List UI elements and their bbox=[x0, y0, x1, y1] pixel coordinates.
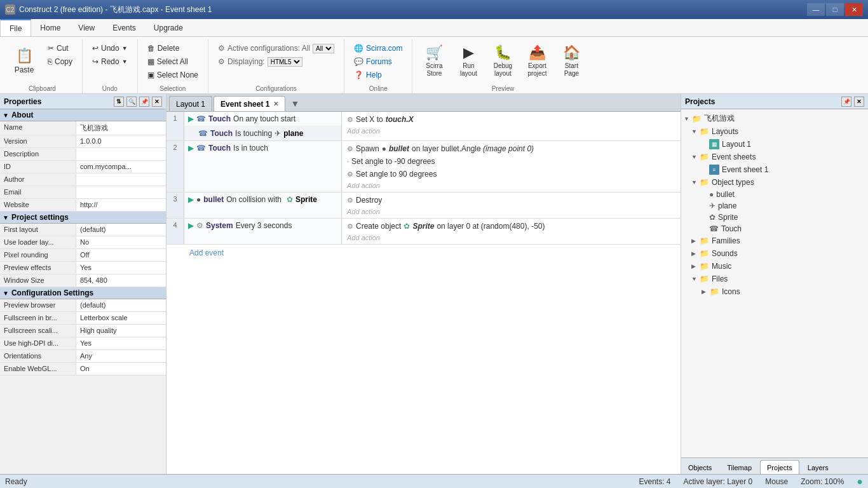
rtab-layers[interactable]: Layers bbox=[801, 460, 836, 474]
prop-id-value[interactable]: com.mycompa... bbox=[76, 161, 166, 173]
add-event-row[interactable]: Add event bbox=[166, 245, 681, 261]
prop-enablewebgl-value[interactable]: On bbox=[76, 363, 166, 375]
prop-firstlayout-value[interactable]: (default) bbox=[76, 224, 166, 236]
event-4-action-1[interactable]: ⚙ Create object ✿ Sprite on layer 0 at (… bbox=[342, 220, 681, 233]
tree-files[interactable]: ▼ 📁 Files bbox=[681, 273, 868, 285]
prop-highdpi-value[interactable]: Yes bbox=[76, 337, 166, 349]
tree-music[interactable]: ▶ 📁 Music bbox=[681, 260, 868, 273]
tab-dropdown-button[interactable]: ▼ bbox=[287, 96, 303, 111]
event-row-4: 4 ▶ ⚙ System Every 3 seconds ⚙ Create ob… bbox=[166, 219, 681, 245]
tree-eventsheets[interactable]: ▼ 📁 Event sheets bbox=[681, 151, 868, 163]
menu-tab-events[interactable]: Events bbox=[104, 19, 145, 36]
add-action-1[interactable]: Add action bbox=[342, 126, 681, 136]
event-1-condition-1[interactable]: ▶ ☎ Touch On any touch start bbox=[184, 112, 341, 126]
scirra-store-button[interactable]: 🛒 Scirra Store bbox=[417, 42, 451, 80]
delete-button[interactable]: 🗑 Delete bbox=[143, 42, 203, 55]
tree-label-bullet: bullet bbox=[716, 190, 735, 199]
tab-layout1-label: Layout 1 bbox=[176, 100, 205, 109]
select-none-button[interactable]: ▣ Select None bbox=[143, 69, 203, 81]
menu-tab-home[interactable]: Home bbox=[31, 19, 69, 36]
rtab-projects[interactable]: Projects bbox=[760, 460, 799, 474]
props-pin-icon[interactable]: 📌 bbox=[139, 97, 149, 107]
tree-root[interactable]: ▼ 📁 飞机游戏 bbox=[681, 112, 868, 125]
tree-families[interactable]: ▶ 📁 Families bbox=[681, 234, 868, 247]
prop-name-value[interactable]: 飞机游戏 bbox=[76, 121, 166, 135]
redo-button[interactable]: ↪ Redo ▼ bbox=[88, 55, 132, 68]
close-button[interactable]: ✕ bbox=[845, 3, 863, 16]
tab-layout1[interactable]: Layout 1 bbox=[169, 96, 212, 111]
event-3-action-1[interactable]: ⚙ Destroy bbox=[342, 194, 681, 207]
event-2-action-3[interactable]: ⚙ Set angle to 90 degrees bbox=[342, 168, 681, 180]
tab-close-icon[interactable]: ✕ bbox=[273, 100, 278, 107]
prop-pixelrounding-value[interactable]: Off bbox=[76, 249, 166, 261]
prop-fullscreenbr-value[interactable]: Letterbox scale bbox=[76, 312, 166, 324]
about-section-header[interactable]: ▼ About bbox=[0, 109, 166, 121]
maximize-button[interactable]: □ bbox=[826, 3, 844, 16]
prop-previewbrowser-value[interactable]: (default) bbox=[76, 299, 166, 311]
export-project-button[interactable]: 📤 Export project bbox=[520, 42, 553, 80]
menu-tab-file[interactable]: File bbox=[0, 19, 31, 36]
prop-description-value[interactable] bbox=[76, 148, 166, 160]
event-2-action-1[interactable]: ⚙ Spawn ● bullet on layer bullet.Angle (… bbox=[342, 142, 681, 155]
right-pin-icon[interactable]: 📌 bbox=[841, 97, 851, 107]
select-all-button[interactable]: ▦ Select All bbox=[143, 55, 203, 68]
props-filter-icon[interactable]: 🔍 bbox=[126, 97, 137, 107]
paste-button[interactable]: 📋 Paste bbox=[8, 42, 41, 80]
prop-windowsize-value[interactable]: 854, 480 bbox=[76, 274, 166, 287]
right-close-icon[interactable]: ✕ bbox=[854, 97, 864, 107]
tree-plane[interactable]: ✈ plane bbox=[681, 200, 868, 212]
event-2-condition-1[interactable]: ▶ ☎ Touch Is in touch bbox=[184, 141, 341, 155]
tree-objecttypes[interactable]: ▼ 📁 Object types bbox=[681, 176, 868, 189]
project-settings-header[interactable]: ▼ Project settings bbox=[0, 212, 166, 224]
right-panel-controls: 📌 ✕ bbox=[841, 97, 864, 107]
cut-button[interactable]: ✂ Cut bbox=[43, 42, 77, 55]
rtab-tilemap[interactable]: Tilemap bbox=[720, 460, 759, 474]
menu-tab-upgrade[interactable]: Upgrade bbox=[145, 19, 192, 36]
prop-website-value[interactable]: http:// bbox=[76, 199, 166, 211]
config-settings-header[interactable]: ▼ Configuration Settings bbox=[0, 287, 166, 299]
minimize-button[interactable]: — bbox=[807, 3, 825, 16]
tree-layouts[interactable]: ▼ 📁 Layouts bbox=[681, 125, 868, 138]
tree-sprite[interactable]: ✿ Sprite bbox=[681, 212, 868, 223]
props-close-icon[interactable]: ✕ bbox=[152, 97, 162, 107]
undo-button[interactable]: ↩ Undo ▼ bbox=[88, 42, 132, 55]
prop-version-value[interactable]: 1.0.0.0 bbox=[76, 135, 166, 147]
active-config-select[interactable]: All bbox=[313, 44, 334, 53]
prop-fullscreenscali-value[interactable]: High quality bbox=[76, 325, 166, 337]
event-4-condition-1[interactable]: ▶ ⚙ System Every 3 seconds bbox=[184, 219, 341, 233]
tree-bullet[interactable]: ● bullet bbox=[681, 189, 868, 200]
prop-windowsize-row: Window Size 854, 480 bbox=[0, 274, 166, 287]
rtab-objects[interactable]: Objects bbox=[681, 460, 719, 474]
tree-eventsheet1[interactable]: ≡ Event sheet 1 bbox=[681, 163, 868, 176]
tree-layout1[interactable]: ▦ Layout 1 bbox=[681, 138, 868, 151]
event-2-action-2[interactable]: · Set angle to -90 degrees bbox=[342, 155, 681, 168]
event-1-condition-2[interactable]: ☎ Touch Is touching ✈ plane bbox=[184, 126, 341, 140]
debug-layout-button[interactable]: 🐛 Debug layout bbox=[486, 42, 519, 80]
scirra-button[interactable]: 🌐 Scirra.com bbox=[349, 42, 407, 55]
forums-button[interactable]: 💬 Forums bbox=[349, 55, 407, 68]
prop-email-value[interactable] bbox=[76, 186, 166, 198]
add-action-2[interactable]: Add action bbox=[342, 180, 681, 191]
prop-loaderlay-value[interactable]: No bbox=[76, 236, 166, 248]
run-layout-button[interactable]: ▶ Run layout bbox=[452, 42, 485, 80]
prop-id-key: ID bbox=[0, 161, 76, 173]
tab-eventsheet1[interactable]: Event sheet 1 ✕ bbox=[214, 96, 285, 111]
copy-button[interactable]: ⎘ Copy bbox=[43, 55, 77, 68]
prop-previeweffects-value[interactable]: Yes bbox=[76, 262, 166, 274]
tree-sounds[interactable]: ▶ 📁 Sounds bbox=[681, 247, 868, 260]
displaying-select[interactable]: HTML5 bbox=[268, 57, 302, 67]
tree-touch[interactable]: ☎ Touch bbox=[681, 223, 868, 234]
help-button[interactable]: ❓ Help bbox=[349, 69, 407, 81]
add-event-label: Add event bbox=[189, 248, 224, 257]
add-action-4[interactable]: Add action bbox=[342, 233, 681, 243]
props-sort-icon[interactable]: ⇅ bbox=[114, 97, 124, 107]
event-1-action-1[interactable]: ⚙ Set X to touch.X bbox=[342, 113, 681, 126]
add-action-3[interactable]: Add action bbox=[342, 207, 681, 217]
start-page-button[interactable]: 🏠 Start Page bbox=[555, 42, 588, 80]
event-3-condition-1[interactable]: ▶ ● bullet On collision with ✿ Sprite bbox=[184, 193, 341, 207]
status-icon-green[interactable]: ● bbox=[857, 476, 863, 487]
tree-icons[interactable]: ▶ 📁 Icons bbox=[681, 285, 868, 298]
prop-orientations-value[interactable]: Any bbox=[76, 350, 166, 362]
menu-tab-view[interactable]: View bbox=[69, 19, 104, 36]
prop-author-value[interactable] bbox=[76, 173, 166, 186]
